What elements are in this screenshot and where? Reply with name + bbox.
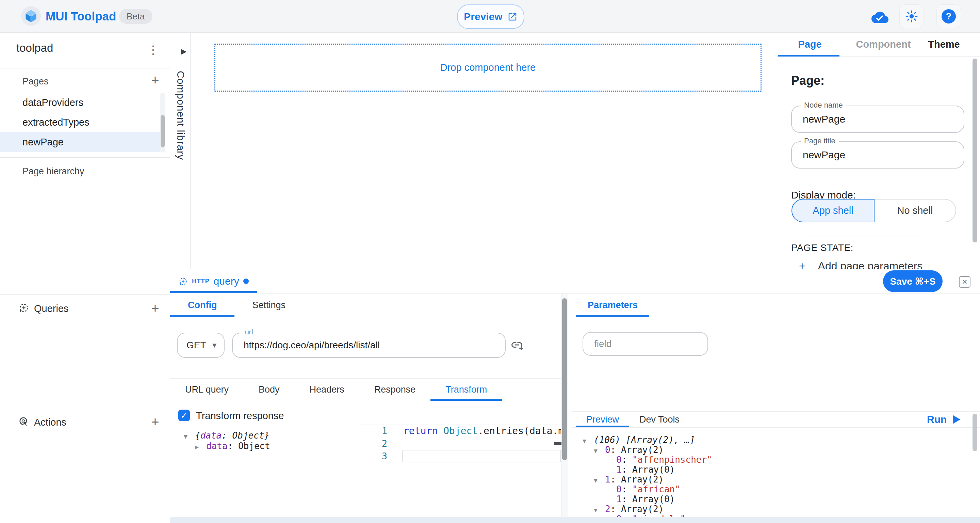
tree-token: : Array(0): [622, 494, 675, 504]
field-placeholder: field: [594, 333, 611, 355]
tab-body[interactable]: Body: [243, 379, 295, 401]
field-input[interactable]: field: [582, 332, 708, 356]
tree-token: :: [622, 484, 632, 494]
tree-token: : Array(2): [611, 474, 664, 485]
pages-scrollbar-thumb[interactable]: [161, 115, 165, 147]
tab-transform[interactable]: Transform: [430, 379, 502, 401]
tree-token: "airedale": [632, 514, 686, 517]
tree-expander-icon[interactable]: ▶: [195, 442, 206, 452]
code-line[interactable]: 1return Object.entries(data.messag: [361, 424, 561, 437]
display-mode-app-shell[interactable]: App shell: [791, 199, 875, 222]
tab-url-query[interactable]: URL query: [170, 379, 243, 401]
page-item-extractedTypes[interactable]: extractedTypes: [0, 112, 160, 132]
schema-tree: ▼{data: Object}▶data: Object: [184, 431, 270, 451]
code-editor[interactable]: 1return Object.entries(data.messag23: [361, 424, 561, 462]
component-library-expand-chevron-icon[interactable]: ▶: [176, 47, 191, 56]
tree-token: 1: [616, 464, 622, 475]
method-select[interactable]: GET ▼: [177, 333, 224, 358]
request-tabbar: URL query Body Headers Response Transfor…: [170, 378, 561, 401]
tab-component[interactable]: Component: [853, 33, 913, 56]
plus-icon: +: [799, 260, 805, 269]
config-scrollbar-thumb[interactable]: [562, 298, 567, 460]
close-panel-icon[interactable]: ✕: [959, 276, 970, 288]
code-token: .entries(data.messag: [478, 425, 561, 437]
canvas-drop-zone[interactable]: Drop component here: [215, 43, 762, 92]
toolpad-app: MUI Toolpad Beta Preview ? toolpad ⋮ Pag…: [0, 0, 980, 523]
tree-row[interactable]: ▼1: Array(2): [582, 475, 970, 485]
transform-response-label: Transform response: [196, 410, 284, 421]
run-button[interactable]: Run: [927, 411, 960, 428]
tab-preview[interactable]: Preview: [576, 411, 629, 427]
config-tabbar: Config Settings: [170, 293, 569, 317]
tree-token: 0: [616, 454, 622, 465]
add-action-button[interactable]: +: [148, 414, 163, 431]
tree-token: 0: [605, 445, 611, 455]
code-line[interactable]: 3: [361, 450, 561, 462]
tree-token: 0: [616, 514, 622, 517]
page-item-newPage-selected[interactable]: newPage: [0, 132, 160, 152]
tab-parameters[interactable]: Parameters: [576, 293, 649, 317]
tab-http-query[interactable]: HTTP query: [170, 269, 257, 293]
node-name-field[interactable]: Node name newPage: [791, 105, 964, 133]
help-icon: ?: [942, 9, 956, 24]
actions-icon: [18, 416, 29, 427]
add-link-icon[interactable]: [511, 338, 523, 351]
tab-headers[interactable]: Headers: [295, 379, 360, 401]
tree-expander-icon[interactable]: ▼: [594, 475, 605, 485]
tab-response[interactable]: Response: [360, 379, 431, 401]
page-title-field[interactable]: Page title newPage: [791, 141, 964, 169]
tree-row: 0: "african": [582, 485, 970, 494]
tree-expander-icon[interactable]: ▼: [582, 436, 594, 446]
help-button[interactable]: ?: [937, 5, 961, 28]
tab-page[interactable]: Page: [793, 33, 827, 56]
tab-settings[interactable]: Settings: [234, 293, 303, 317]
tree-token: 0: [616, 484, 622, 494]
tree-token: data: [206, 441, 228, 451]
tree-row: 0: "airedale": [582, 514, 970, 517]
inspector-border: [776, 33, 776, 269]
inspector-scrollbar-thumb[interactable]: [972, 59, 977, 242]
project-menu-button[interactable]: ⋮: [146, 40, 161, 59]
tree-expander-icon[interactable]: ▼: [594, 446, 605, 456]
tab-theme[interactable]: Theme: [924, 33, 964, 56]
add-page-parameters-clipped[interactable]: + Add page parameters: [799, 258, 962, 269]
page-item-dataProviders[interactable]: dataProviders: [0, 92, 160, 112]
result-json-tree: ▼(106) [Array(2), …]▼0: Array(2)0: "affe…: [582, 435, 970, 517]
sections-divider: [572, 293, 572, 517]
result-scrollbar-thumb[interactable]: [972, 414, 977, 451]
tree-row[interactable]: ▶data: Object: [184, 441, 270, 451]
add-query-button[interactable]: +: [148, 300, 163, 317]
bottom-scroll-strip[interactable]: [170, 517, 980, 523]
queries-section-label: Queries: [34, 303, 69, 314]
tree-row[interactable]: ▼(106) [Array(2), …]: [582, 435, 970, 445]
chevron-down-icon: ▼: [211, 333, 218, 357]
theme-toggle-button[interactable]: [899, 5, 924, 28]
display-mode-no-shell[interactable]: No shell: [875, 199, 956, 222]
save-button[interactable]: Save ⌘+S: [883, 270, 943, 292]
tree-token: data: [200, 431, 222, 441]
drop-hint-text: Drop component here: [440, 62, 536, 73]
tree-row[interactable]: ▼0: Array(2): [582, 445, 970, 455]
preview-button[interactable]: Preview: [457, 5, 524, 29]
actions-section-label: Actions: [34, 417, 66, 428]
tree-token: 1: [605, 474, 611, 485]
tree-token: :: [622, 454, 632, 465]
add-page-button[interactable]: +: [148, 72, 163, 89]
tab-config[interactable]: Config: [170, 293, 234, 317]
tree-expander-icon[interactable]: ▼: [184, 431, 195, 442]
component-library-label[interactable]: Component library: [175, 71, 186, 160]
result-tabbar: Preview Dev Tools: [572, 411, 980, 428]
code-line[interactable]: 2: [361, 437, 561, 450]
transform-response-checkbox[interactable]: ✓: [178, 410, 190, 421]
url-field[interactable]: url https://dog.ceo/api/breeds/list/all: [232, 333, 506, 358]
tree-row: 1: Array(0): [582, 494, 970, 504]
beta-badge: Beta: [119, 9, 153, 24]
add-page-parameters-label: Add page parameters: [818, 260, 923, 269]
tree-row[interactable]: ▼{data: Object}: [184, 431, 270, 441]
tree-token: {: [195, 431, 200, 441]
line-number: 1: [361, 424, 387, 437]
tree-row[interactable]: ▼2: Array(2): [582, 504, 970, 514]
tree-token: (106) [Array(2), …]: [594, 435, 695, 445]
tree-expander-icon[interactable]: ▼: [594, 505, 605, 515]
tab-dev-tools[interactable]: Dev Tools: [629, 411, 690, 427]
